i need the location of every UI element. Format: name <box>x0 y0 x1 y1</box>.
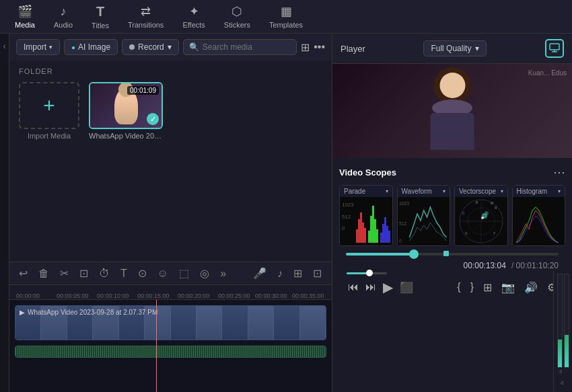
sound-button[interactable]: ♪ <box>275 266 285 281</box>
vectorscope-header[interactable]: Vectorscope ▾ <box>455 186 507 197</box>
ruler-mark-3: 00:00:15:00 <box>137 292 170 299</box>
svg-text:512: 512 <box>398 221 406 226</box>
media-thumbnail-item[interactable]: 00:01:09 ✓ WhatsApp Video 202... <box>89 82 163 140</box>
import-chevron-icon: ▾ <box>49 44 52 50</box>
import-placeholder-box[interactable]: + <box>19 82 79 129</box>
audio-button[interactable]: 🔊 <box>522 279 540 296</box>
ruler-mark-4: 00:00:20:00 <box>178 292 210 299</box>
undo-button[interactable]: ↩ <box>16 266 30 281</box>
waveform-canvas: 1023 512 0 <box>398 197 450 245</box>
meter-bar-left <box>557 274 563 368</box>
emoji-button[interactable]: ☺ <box>155 266 171 281</box>
search-input[interactable] <box>203 42 291 52</box>
voice-button[interactable]: 🎤 <box>250 266 269 281</box>
waveform-chevron-icon: ▾ <box>443 188 445 194</box>
histogram-svg <box>513 197 565 245</box>
zoom-track[interactable] <box>347 272 387 274</box>
parade-header[interactable]: Parade ▾ <box>340 186 392 197</box>
parade-g-group <box>368 206 378 243</box>
video-record-button[interactable]: ⊡ <box>310 266 324 281</box>
transform-button[interactable]: ⬚ <box>176 266 192 281</box>
color-button[interactable]: ◎ <box>197 266 212 281</box>
playback-extras: { } ⊞ 📷 🔊 ⚙ <box>455 279 559 296</box>
crop-button[interactable]: ⊡ <box>77 266 91 281</box>
nav-item-media[interactable]: 🎬 Media <box>5 1 44 32</box>
nav-item-effects[interactable]: ✦ Effects <box>173 1 214 32</box>
parade-canvas: 1023 512 0 <box>340 197 392 245</box>
scene-detect-button[interactable]: ⊞ <box>481 279 494 296</box>
cut-button[interactable]: ✂ <box>57 266 71 281</box>
timeline-content[interactable]: ▶ WhatsApp Video 2023-09-28 at 2.07.37 P… <box>9 300 332 392</box>
scope-toggle-button[interactable] <box>545 39 564 58</box>
parade-scale: 1023 512 0 <box>342 199 354 235</box>
play-button[interactable]: ▶ <box>381 277 395 297</box>
nav-item-transitions[interactable]: ⇄ Transitions <box>118 1 173 32</box>
nav-label-audio: Audio <box>54 21 73 29</box>
speed-button[interactable]: ⏱ <box>96 266 112 281</box>
nav-item-stickers[interactable]: ⬡ Stickers <box>215 1 260 32</box>
histogram-header[interactable]: Histogram ▾ <box>513 186 565 197</box>
audio-waveform <box>15 346 326 357</box>
audio-icon: ♪ <box>61 5 67 19</box>
svg-text:B: B <box>476 200 478 204</box>
progress-thumb[interactable] <box>409 249 419 259</box>
stop-button[interactable]: ⬛ <box>398 279 415 296</box>
search-box[interactable]: 🔍 <box>183 39 297 55</box>
vectorscope-scope[interactable]: Vectorscope ▾ R M Y G <box>454 185 508 246</box>
folder-area: FOLDER + Import Media <box>9 61 332 147</box>
quality-selector[interactable]: Full Quality ▾ <box>423 40 487 56</box>
parade-b-bar <box>388 231 390 243</box>
prev-frame-button[interactable]: ⏭ <box>363 279 378 295</box>
vectorscope-canvas: R M Y G C B <box>455 197 507 245</box>
meter-panel: 0 -6 -12 <box>553 271 572 392</box>
waveform-scope[interactable]: Waveform ▾ 1023 512 0 <box>397 185 451 246</box>
text-button[interactable]: T <box>118 266 130 281</box>
import-button[interactable]: Import ▾ <box>16 39 60 55</box>
audio-track[interactable] <box>15 346 326 358</box>
more-options-button[interactable]: ••• <box>314 41 325 53</box>
side-arrow-icon[interactable]: ‹ <box>3 40 6 51</box>
vectorscope-svg: R M Y G C B <box>458 198 505 245</box>
parade-scope[interactable]: Parade ▾ 1023 512 0 <box>339 185 393 246</box>
preview-person <box>412 67 493 155</box>
waveform-header[interactable]: Waveform ▾ <box>398 186 450 197</box>
svg-text:0: 0 <box>398 239 401 243</box>
nav-item-templates[interactable]: ▦ Templates <box>260 1 312 32</box>
record-dot-icon <box>129 44 135 50</box>
parade-label: Parade <box>344 188 365 195</box>
scopes-menu-button[interactable]: ⋯ <box>553 165 565 180</box>
record-button[interactable]: Record ▾ <box>122 39 179 55</box>
progress-marker <box>443 251 449 256</box>
total-time-display: / 00:01:10:20 <box>511 261 559 270</box>
progress-track[interactable] <box>346 253 559 256</box>
timer-button[interactable]: ⊙ <box>135 266 149 281</box>
folder-label: FOLDER <box>19 67 322 75</box>
vectorscope-label: Vectorscope <box>459 188 496 195</box>
main-layout: ‹ Import ▾ ● AI Image Record ▾ <box>0 34 572 392</box>
beat-button[interactable]: ⊞ <box>291 266 305 281</box>
svg-text:1023: 1023 <box>398 201 408 206</box>
filter-button[interactable]: ⊞ <box>301 41 310 54</box>
titles-icon: T <box>96 4 104 19</box>
nav-item-audio[interactable]: ♪ Audio <box>44 2 82 32</box>
more-tools-button[interactable]: » <box>217 266 229 281</box>
import-media-placeholder[interactable]: + Import Media <box>19 82 79 140</box>
ai-image-button[interactable]: ● AI Image <box>64 39 118 55</box>
histogram-scope[interactable]: Histogram ▾ <box>512 185 566 246</box>
media-items: + Import Media 00:01:09 ✓ Wh <box>19 82 322 140</box>
top-navigation: 🎬 Media ♪ Audio T Titles ⇄ Transitions ✦… <box>0 0 572 34</box>
snapshot-button[interactable]: 📷 <box>499 279 517 296</box>
nav-item-titles[interactable]: T Titles <box>82 1 118 32</box>
mark-in-button[interactable]: { <box>455 279 462 296</box>
preview-background <box>332 64 572 158</box>
svg-text:M: M <box>491 201 493 205</box>
timeline-ruler[interactable]: 00:00:00 00:00:05:00 00:00:10:00 00:00:1… <box>9 285 332 300</box>
mark-out-button[interactable]: } <box>468 279 476 296</box>
step-back-button[interactable]: ⏮ <box>346 279 361 295</box>
ai-image-label: AI Image <box>78 42 110 52</box>
meter-fill-left <box>558 340 562 367</box>
delete-button[interactable]: 🗑 <box>36 266 52 281</box>
video-track[interactable]: ▶ WhatsApp Video 2023-09-28 at 2.07.37 P… <box>15 305 326 340</box>
svg-text:R: R <box>495 206 497 210</box>
track-frame <box>196 306 222 340</box>
